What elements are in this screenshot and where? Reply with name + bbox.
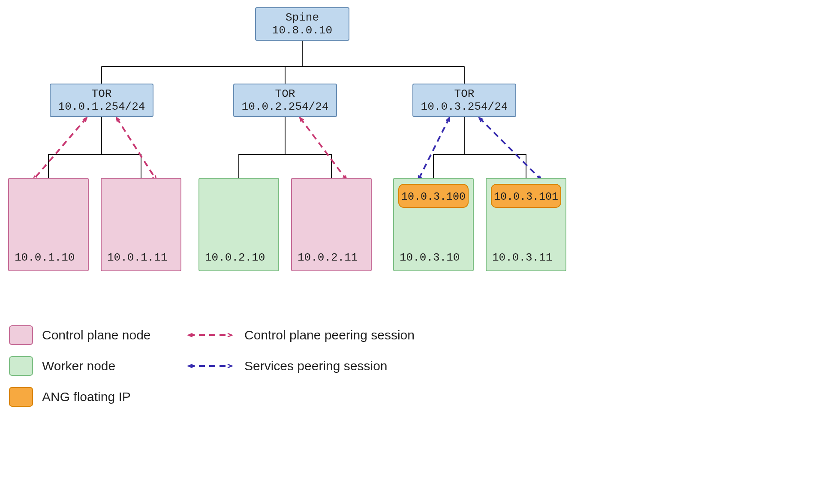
legend-service-peering-label: Services peering session (244, 359, 388, 373)
spine-ip: 10.8.0.10 (272, 24, 332, 37)
floating-ip-label: 10.0.3.100 (401, 191, 466, 203)
control-plane-peering-arrow (117, 118, 156, 180)
tor-ip: 10.0.2.254/24 (242, 100, 329, 113)
tor-ip: 10.0.3.254/24 (421, 100, 508, 113)
floating-ip-label: 10.0.3.101 (494, 191, 558, 203)
spine-label: Spine (286, 11, 319, 24)
tor-label: TOR (92, 87, 112, 100)
legend-floating-swatch (9, 387, 33, 406)
network-diagram: Spine10.8.0.10TOR10.0.1.254/24TOR10.0.2.… (0, 0, 818, 504)
node-ip: 10.0.1.10 (15, 251, 75, 264)
control-plane-peering-arrow (33, 118, 87, 180)
tor-label: TOR (454, 87, 475, 100)
tor-label: TOR (275, 87, 295, 100)
legend-control-plane-swatch (9, 326, 33, 345)
services-peering-arrow (479, 118, 541, 180)
node-ip: 10.0.1.11 (107, 251, 167, 264)
legend-worker-swatch (9, 357, 33, 375)
legend-floating-label: ANG floating IP (42, 390, 131, 404)
legend-control-peering-label: Control plane peering session (244, 328, 415, 342)
node-ip: 10.0.3.11 (492, 251, 552, 264)
control-plane-peering-arrow (300, 118, 346, 180)
node-ip: 10.0.2.10 (205, 251, 265, 264)
node-ip: 10.0.3.10 (400, 251, 460, 264)
services-peering-arrow (418, 118, 449, 180)
legend-control-plane-label: Control plane node (42, 328, 151, 342)
legend-worker-label: Worker node (42, 359, 115, 373)
tor-ip: 10.0.1.254/24 (58, 100, 145, 113)
node-ip: 10.0.2.11 (298, 251, 358, 264)
